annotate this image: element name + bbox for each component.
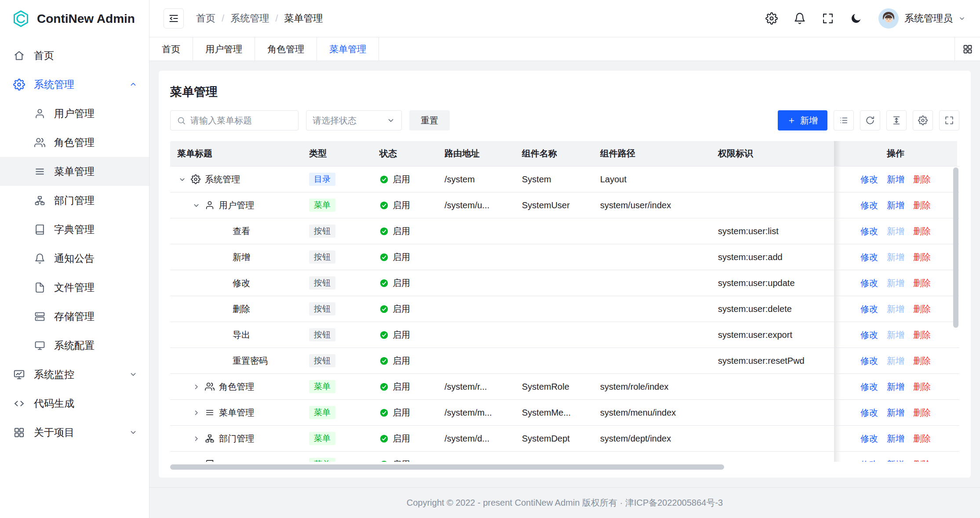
page-card: 菜单管理 请选择状态 重置 新增 [159, 71, 971, 478]
edit-link[interactable]: 修改 [860, 251, 878, 263]
status-cell: 启用 [372, 296, 437, 322]
menu-title: 导出 [233, 329, 250, 341]
delete-link[interactable]: 删除 [913, 407, 931, 419]
edit-link[interactable]: 修改 [860, 225, 878, 237]
tab-home[interactable]: 首页 [149, 37, 193, 61]
sidebar-item-menu-management[interactable]: 菜单管理 [0, 157, 149, 186]
tab-role-management[interactable]: 角色管理 [255, 37, 317, 61]
tab-user-management[interactable]: 用户管理 [193, 37, 255, 61]
expand-toggle-icon[interactable] [192, 409, 200, 417]
delete-link[interactable]: 删除 [913, 251, 931, 263]
sidebar-item-system-config[interactable]: 系统配置 [0, 331, 149, 360]
delete-link[interactable]: 删除 [913, 303, 931, 315]
settings-icon[interactable] [765, 12, 778, 25]
edit-link[interactable]: 修改 [860, 355, 878, 367]
add-link[interactable]: 新增 [887, 381, 904, 393]
expand-toggle-icon[interactable] [178, 175, 186, 184]
status-text: 启用 [393, 225, 410, 237]
status-cell: 启用 [372, 374, 437, 399]
expand-toggle-icon[interactable] [192, 201, 200, 210]
search-input[interactable] [190, 116, 292, 126]
dark-mode-moon-icon[interactable] [850, 12, 862, 25]
sidebar-item-role-management[interactable]: 角色管理 [0, 128, 149, 157]
edit-link[interactable]: 修改 [860, 381, 878, 393]
edit-link[interactable]: 修改 [860, 174, 878, 185]
row-height-button[interactable] [886, 110, 907, 130]
delete-link[interactable]: 删除 [913, 459, 931, 462]
edit-link[interactable]: 修改 [860, 329, 878, 341]
edit-link[interactable]: 修改 [860, 407, 878, 419]
table-row: 用户管理菜单启用/system/u...SystemUsersystem/use… [170, 192, 959, 218]
status-select[interactable]: 请选择状态 [306, 110, 402, 130]
add-link[interactable]: 新增 [887, 174, 904, 185]
sidebar-item-code-generation[interactable]: 代码生成 [0, 389, 149, 418]
add-link[interactable]: 新增 [887, 355, 904, 367]
delete-link[interactable]: 删除 [913, 199, 931, 211]
edit-link[interactable]: 修改 [860, 459, 878, 462]
tab-menu-management[interactable]: 菜单管理 [317, 37, 379, 61]
delete-link[interactable]: 删除 [913, 277, 931, 289]
breadcrumb-item[interactable]: 系统管理 [230, 12, 269, 25]
add-link[interactable]: 新增 [887, 407, 904, 419]
gear-icon [918, 116, 928, 125]
delete-link[interactable]: 删除 [913, 225, 931, 237]
breadcrumb-separator: / [222, 13, 224, 24]
add-link[interactable]: 新增 [887, 459, 904, 462]
delete-link[interactable]: 删除 [913, 355, 931, 367]
sidebar-item-label: 角色管理 [54, 136, 95, 149]
sidebar-item-dept-management[interactable]: 部门管理 [0, 186, 149, 215]
type-cell: 按钮 [302, 302, 372, 315]
delete-link[interactable]: 删除 [913, 329, 931, 341]
sidebar-item-system-management[interactable]: 系统管理 [0, 70, 149, 99]
search-icon [177, 116, 186, 125]
sidebar-item-file-management[interactable]: 文件管理 [0, 273, 149, 302]
notifications-bell-icon[interactable] [794, 12, 806, 25]
type-cell: 按钮 [302, 225, 372, 238]
add-link[interactable]: 新增 [887, 433, 904, 445]
topbar: 首页/系统管理/菜单管理 系统管理员 [149, 0, 980, 37]
type-tag: 菜单 [309, 406, 335, 419]
expand-toggle-icon[interactable] [192, 460, 200, 462]
sidebar-item-notice[interactable]: 通知公告 [0, 244, 149, 273]
add-link[interactable]: 新增 [887, 251, 904, 263]
sidebar-item-dict-management[interactable]: 字典管理 [0, 215, 149, 244]
sidebar-item-user-management[interactable]: 用户管理 [0, 99, 149, 128]
breadcrumb-item[interactable]: 首页 [196, 12, 215, 25]
edit-link[interactable]: 修改 [860, 303, 878, 315]
sidebar-item-storage-management[interactable]: 存储管理 [0, 302, 149, 331]
edit-link[interactable]: 修改 [860, 277, 878, 289]
add-link[interactable]: 新增 [887, 329, 904, 341]
tab-options-button[interactable] [954, 37, 980, 61]
column-settings-button[interactable] [913, 110, 933, 130]
monitor-icon [13, 369, 25, 380]
list-view-button[interactable] [834, 110, 854, 130]
sidebar-item-system-monitor[interactable]: 系统监控 [0, 360, 149, 389]
add-link[interactable]: 新增 [887, 303, 904, 315]
reset-button[interactable]: 重置 [409, 110, 450, 130]
expand-toggle-icon[interactable] [192, 383, 200, 391]
delete-link[interactable]: 删除 [913, 433, 931, 445]
edit-link[interactable]: 修改 [860, 199, 878, 211]
horizontal-scrollbar[interactable] [170, 464, 724, 470]
column-header: 路由地址 [437, 141, 515, 166]
add-link[interactable]: 新增 [887, 225, 904, 237]
breadcrumb-item[interactable]: 菜单管理 [284, 12, 323, 25]
add-link[interactable]: 新增 [887, 199, 904, 211]
expand-toggle-icon[interactable] [192, 435, 200, 443]
add-link[interactable]: 新增 [887, 277, 904, 289]
menu-title-cell: 删除 [170, 296, 302, 322]
table-fullscreen-button[interactable] [939, 110, 959, 130]
edit-link[interactable]: 修改 [860, 433, 878, 445]
add-button[interactable]: 新增 [778, 110, 827, 130]
sidebar-item-home[interactable]: 首页 [0, 41, 149, 70]
refresh-button[interactable] [860, 110, 880, 130]
delete-link[interactable]: 删除 [913, 381, 931, 393]
user-menu[interactable]: 系统管理员 [878, 8, 966, 29]
user-name: 系统管理员 [904, 12, 953, 25]
sidebar-item-about-project[interactable]: 关于项目 [0, 418, 149, 447]
sidebar-collapse-button[interactable] [164, 8, 184, 29]
vertical-scrollbar[interactable] [953, 167, 958, 328]
delete-link[interactable]: 删除 [913, 174, 931, 185]
fullscreen-icon[interactable] [822, 12, 834, 25]
breadcrumb: 首页/系统管理/菜单管理 [196, 12, 323, 25]
